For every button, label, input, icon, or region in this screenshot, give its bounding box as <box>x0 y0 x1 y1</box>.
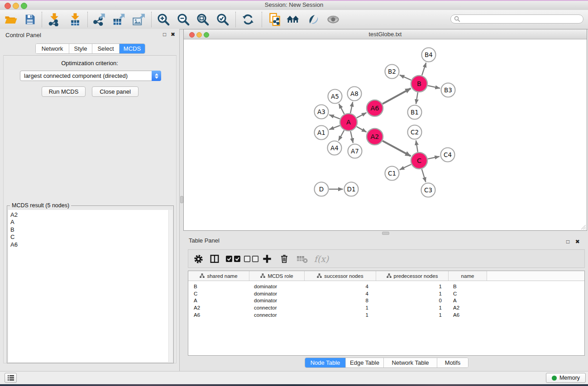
run-mcds-button[interactable]: Run MCDS <box>42 86 86 97</box>
graph-edge[interactable] <box>357 113 366 118</box>
new-network-document-button[interactable] <box>267 12 283 27</box>
tab-network[interactable]: Network <box>36 44 69 53</box>
cell-successor-nodes[interactable]: 8 <box>305 298 376 303</box>
import-network-button[interactable] <box>46 12 62 27</box>
table-row[interactable]: B dominator 4 1 B <box>188 283 584 290</box>
tab-motifs[interactable]: Motifs <box>437 358 468 367</box>
graph-edge[interactable] <box>382 141 411 156</box>
cell-successor-nodes[interactable]: 1 <box>305 312 376 318</box>
open-session-button[interactable] <box>3 12 19 27</box>
close-panel-button[interactable]: Close panel <box>92 86 139 97</box>
minimize-traffic-light[interactable] <box>196 32 202 38</box>
search-input[interactable] <box>462 15 583 23</box>
import-table-button[interactable] <box>67 12 83 27</box>
float-panel-icon[interactable]: □ <box>163 31 170 38</box>
cell-shared-name[interactable]: A6 <box>188 312 249 318</box>
export-table-button[interactable] <box>110 12 127 27</box>
graph-edge[interactable] <box>357 127 367 132</box>
table-row[interactable]: C dominator 4 1 C <box>188 290 584 297</box>
split-column-view-button[interactable] <box>208 253 221 265</box>
column-header-name[interactable]: name <box>449 271 487 281</box>
cell-shared-name[interactable]: A <box>188 298 249 303</box>
column-header-successor-nodes[interactable]: successor nodes <box>305 271 376 281</box>
graph-edge[interactable] <box>329 125 340 129</box>
graph-edge[interactable] <box>329 115 340 119</box>
graph-edge[interactable] <box>416 92 418 104</box>
zoom-out-button[interactable] <box>175 12 191 27</box>
zoom-selected-button[interactable] <box>215 12 231 27</box>
network-canvas[interactable]: B4B2BB3A5A8A6A3B1AA1C2A2A4A7CC4C1C3DD1 <box>184 40 587 230</box>
result-item[interactable]: C <box>10 234 169 241</box>
graph-edge[interactable] <box>416 140 418 152</box>
cell-successor-nodes[interactable]: 4 <box>305 284 376 289</box>
cell-predecessor-nodes[interactable]: 1 <box>376 312 449 318</box>
graph-edge[interactable] <box>428 86 440 88</box>
graph-edge[interactable] <box>382 88 411 104</box>
cell-mcds-role[interactable]: connector <box>249 305 305 310</box>
cell-predecessor-nodes[interactable]: 1 <box>376 291 449 296</box>
memory-button[interactable]: Memory <box>546 373 586 383</box>
cell-successor-nodes[interactable]: 4 <box>305 291 376 296</box>
tab-node-table[interactable]: Node Table <box>305 358 346 367</box>
column-header-predecessor-nodes[interactable]: predecessor nodes <box>376 271 449 281</box>
graph-edge[interactable] <box>350 102 353 113</box>
deselect-all-button[interactable] <box>243 253 260 265</box>
cell-name[interactable]: A6 <box>449 312 487 318</box>
show-hide-button[interactable] <box>325 12 341 27</box>
delete-row-button[interactable] <box>278 253 291 265</box>
cell-mcds-role[interactable]: dominator <box>249 291 305 296</box>
graph-edge[interactable] <box>400 164 411 170</box>
refresh-button[interactable] <box>240 12 256 27</box>
cell-name[interactable]: C <box>449 291 487 296</box>
search-field[interactable] <box>450 14 583 24</box>
select-all-button[interactable] <box>225 253 242 265</box>
result-item[interactable]: A6 <box>10 241 169 248</box>
vertical-splitter-handle[interactable] <box>180 196 183 203</box>
minimize-traffic-light[interactable] <box>13 3 19 9</box>
graph-edge[interactable] <box>339 104 344 114</box>
column-header-shared-name[interactable]: shared name <box>188 271 249 281</box>
zoom-fit-button[interactable] <box>195 12 211 27</box>
export-image-button[interactable] <box>130 12 147 27</box>
style-visibility-button[interactable] <box>305 12 321 27</box>
cell-shared-name[interactable]: B <box>188 284 249 289</box>
export-network-button[interactable] <box>91 12 107 27</box>
graph-edge[interactable] <box>339 130 344 141</box>
result-item[interactable]: A <box>10 219 169 226</box>
tab-select[interactable]: Select <box>92 44 120 53</box>
network-window-titlebar[interactable]: testGlobe.txt <box>184 29 587 39</box>
tab-style[interactable]: Style <box>69 44 92 53</box>
result-item[interactable]: A2 <box>10 211 169 219</box>
cell-successor-nodes[interactable]: 1 <box>305 305 376 310</box>
zoom-traffic-light[interactable] <box>204 32 209 38</box>
graph-edge[interactable] <box>422 169 426 182</box>
cell-shared-name[interactable]: A2 <box>188 305 249 310</box>
cell-mcds-role[interactable]: connector <box>249 312 305 318</box>
graph-edge[interactable] <box>422 63 426 76</box>
cell-name[interactable]: A2 <box>449 305 487 310</box>
window-resize-grip[interactable] <box>580 224 586 230</box>
cell-name[interactable]: B <box>449 284 487 289</box>
result-scrollbar[interactable] <box>168 210 172 362</box>
cell-mcds-role[interactable]: dominator <box>249 298 305 303</box>
table-row[interactable]: A2 connector 1 1 A2 <box>188 304 584 311</box>
save-session-button[interactable] <box>22 12 38 27</box>
cell-name[interactable]: A <box>449 298 487 303</box>
result-item[interactable]: B <box>10 226 169 234</box>
cell-predecessor-nodes[interactable]: 1 <box>376 284 449 289</box>
close-traffic-light[interactable] <box>5 3 11 9</box>
close-traffic-light[interactable] <box>189 32 195 38</box>
mcds-result-list[interactable]: A2 A B C A6 <box>8 210 169 362</box>
cell-predecessor-nodes[interactable]: 1 <box>376 305 449 310</box>
cell-predecessor-nodes[interactable]: 0 <box>376 298 449 303</box>
tab-edge-table[interactable]: Edge Table <box>346 358 384 367</box>
home-layout-button[interactable] <box>285 12 301 27</box>
table-row[interactable]: A dominator 8 0 A <box>188 297 584 304</box>
float-panel-icon[interactable]: □ <box>566 238 573 245</box>
tab-mcds[interactable]: MCDS <box>120 44 145 53</box>
cell-shared-name[interactable]: C <box>188 291 249 296</box>
tab-network-table[interactable]: Network Table <box>384 358 437 367</box>
zoom-traffic-light[interactable] <box>21 3 27 9</box>
horizontal-splitter-handle[interactable] <box>382 232 389 235</box>
graph-edge[interactable] <box>400 75 411 80</box>
